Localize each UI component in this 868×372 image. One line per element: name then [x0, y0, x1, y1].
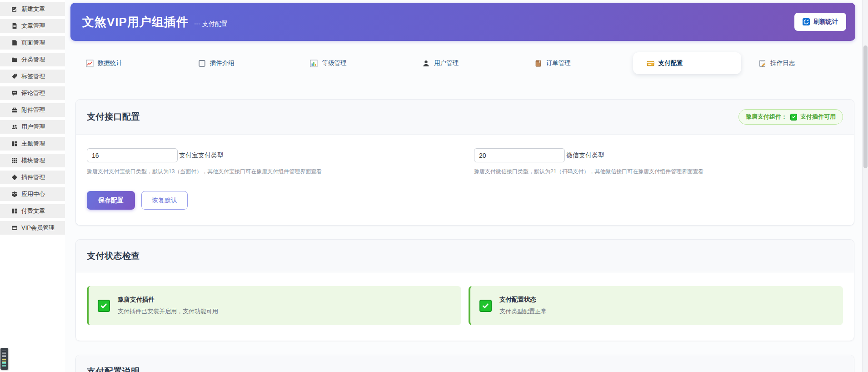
sidebar-item-app-center[interactable]: 应用中心 — [0, 187, 65, 201]
card-icon — [11, 225, 18, 231]
vertical-scrollbar[interactable] — [862, 0, 868, 372]
status-item-desc: 支付插件已安装并启用，支付功能可用 — [118, 307, 218, 316]
layout-icon — [11, 141, 18, 147]
status-grid: 豫唐支付插件 支付插件已安装并启用，支付功能可用 支付配置状态 支付类型配置正常 — [87, 286, 843, 325]
tag-icon — [11, 73, 18, 80]
sidebar-item-label: 评论管理 — [21, 89, 45, 97]
wechat-type-field-group: 微信支付类型 豫唐支付微信接口类型，默认为21（扫码支付），其他微信接口可在豫唐… — [474, 148, 843, 176]
puzzle-icon — [11, 174, 18, 181]
sidebar-item-paid-articles[interactable]: 付费文章 — [0, 204, 65, 218]
tab-order-management[interactable]: 订单管理 — [521, 52, 629, 74]
sidebar-item-page-management[interactable]: 页面管理 — [0, 36, 65, 50]
refresh-stats-button[interactable]: 刷新统计 — [794, 13, 846, 31]
sidebar-item-label: 文章管理 — [21, 22, 45, 30]
credit-card-icon — [647, 60, 654, 67]
refresh-stats-label: 刷新统计 — [813, 18, 838, 26]
sidebar-item-attachment-management[interactable]: 附件管理 — [0, 103, 65, 117]
badge-status-label: 支付插件可用 — [800, 113, 836, 121]
payment-notes-card-header: 支付配置说明 — [76, 355, 854, 372]
hero-titles: 文煞VIP用户组插件 --- 支付配置 — [82, 14, 228, 30]
alipay-type-input[interactable] — [87, 148, 178, 162]
page-title: 文煞VIP用户组插件 — [82, 14, 189, 30]
payment-status-card: 支付状态检查 豫唐支付插件 支付插件已安装并启用，支付功能可用 支付配置状 — [75, 239, 854, 341]
check-icon — [98, 300, 110, 312]
tab-payment-config[interactable]: 支付配置 — [633, 52, 742, 74]
payment-config-title: 支付接口配置 — [87, 111, 140, 123]
sidebar-item-category-management[interactable]: 分类管理 — [0, 53, 65, 66]
payment-type-form: 支付宝支付类型 豫唐支付支付宝接口类型，默认为13（当面付），其他支付宝接口可在… — [87, 148, 843, 176]
check-icon — [479, 300, 492, 312]
users-icon — [11, 124, 18, 130]
tab-label: 支付配置 — [658, 59, 683, 67]
sidebar-item-comment-management[interactable]: 评论管理 — [0, 86, 65, 100]
comment-icon — [11, 90, 18, 96]
wechat-field-row: 微信支付类型 — [474, 148, 843, 162]
check-icon — [790, 114, 797, 121]
save-config-button[interactable]: 保存配置 — [87, 191, 135, 210]
sidebar-item-theme-management[interactable]: 主题管理 — [0, 137, 65, 151]
tab-label: 订单管理 — [546, 59, 571, 67]
sidebar-item-vip-member-management[interactable]: VIP会员管理 — [0, 221, 65, 235]
sidebar-item-label: 插件管理 — [21, 173, 45, 181]
status-text-block: 支付配置状态 支付类型配置正常 — [499, 296, 547, 316]
sidebar-item-new-article[interactable]: 新建文章 — [0, 2, 65, 16]
main-content: 文煞VIP用户组插件 --- 支付配置 刷新统计 数据统计 插件介绍 等级管理 … — [65, 0, 862, 372]
status-panel-plugin: 豫唐支付插件 支付插件已安装并启用，支付功能可用 — [87, 286, 461, 325]
tab-bar: 数据统计 插件介绍 等级管理 用户管理 订单管理 支付配置 操作日志 — [70, 52, 855, 74]
sidebar-item-tag-management[interactable]: 标签管理 — [0, 70, 65, 83]
payment-config-card-body: 支付宝支付类型 豫唐支付支付宝接口类型，默认为13（当面付），其他支付宝接口可在… — [76, 135, 854, 225]
payment-config-card-header: 支付接口配置 豫唐支付组件： 支付插件可用 — [76, 100, 854, 135]
sidebar-item-user-management[interactable]: 用户管理 — [0, 120, 65, 134]
sidebar-item-label: 主题管理 — [21, 140, 45, 148]
package-icon — [534, 60, 542, 67]
form-actions: 保存配置 恢复默认 — [87, 191, 843, 210]
alipay-field-row: 支付宝支付类型 — [87, 148, 456, 162]
sidebar-item-label: VIP会员管理 — [21, 224, 55, 232]
status-item-title: 豫唐支付插件 — [118, 296, 218, 304]
sidebar-item-label: 新建文章 — [21, 5, 45, 13]
bar-chart-icon — [310, 60, 318, 67]
scrollbar-thumb[interactable] — [863, 45, 868, 168]
sidebar-item-module-management[interactable]: 模块管理 — [0, 154, 65, 167]
cards-container: 支付接口配置 豫唐支付组件： 支付插件可用 支付宝支付类型 豫唐支付支付宝接口类… — [65, 74, 862, 372]
sidebar-item-label: 用户管理 — [21, 123, 45, 131]
status-text-block: 豫唐支付插件 支付插件已安装并启用，支付功能可用 — [118, 296, 218, 316]
status-panel-config: 支付配置状态 支付类型配置正常 — [469, 286, 843, 325]
payment-config-card: 支付接口配置 豫唐支付组件： 支付插件可用 支付宝支付类型 豫唐支付支付宝接口类… — [75, 99, 854, 226]
tab-data-stats[interactable]: 数据统计 — [72, 52, 181, 74]
payment-status-card-header: 支付状态检查 — [76, 240, 854, 272]
memo-icon — [758, 60, 766, 67]
tab-user-management[interactable]: 用户管理 — [409, 52, 517, 74]
sidebar-item-label: 附件管理 — [21, 106, 45, 114]
tab-label: 操作日志 — [770, 59, 795, 67]
debug-console-widget[interactable] — [0, 348, 8, 370]
page-subtitle: --- 支付配置 — [194, 20, 228, 28]
status-item-title: 支付配置状态 — [499, 296, 547, 304]
sidebar-item-label: 页面管理 — [21, 39, 45, 47]
plugin-header-banner: 文煞VIP用户组插件 --- 支付配置 刷新统计 — [70, 3, 855, 41]
sidebar-item-label: 标签管理 — [21, 72, 45, 80]
sidebar-item-label: 分类管理 — [21, 55, 45, 64]
refresh-icon — [803, 18, 810, 25]
tab-label: 等级管理 — [322, 59, 346, 67]
alipay-type-hint: 豫唐支付支付宝接口类型，默认为13（当面付），其他支付宝接口可在豫唐支付组件管理… — [87, 168, 456, 176]
tab-level-management[interactable]: 等级管理 — [296, 52, 405, 74]
sidebar-item-article-management[interactable]: 文章管理 — [0, 19, 65, 33]
briefcase-icon — [11, 107, 18, 113]
page-icon — [11, 40, 18, 46]
payment-status-card-body: 豫唐支付插件 支付插件已安装并启用，支付功能可用 支付配置状态 支付类型配置正常 — [76, 272, 854, 341]
tab-operation-logs[interactable]: 操作日志 — [745, 52, 853, 74]
wechat-type-input[interactable] — [474, 148, 565, 162]
user-icon — [422, 60, 430, 67]
sidebar-item-plugin-management[interactable]: 插件管理 — [0, 171, 65, 184]
yutang-component-status-badge: 豫唐支付组件： 支付插件可用 — [738, 109, 843, 125]
tab-plugin-intro[interactable]: 插件介绍 — [185, 52, 293, 74]
book-icon — [198, 60, 206, 67]
sidebar-item-label: 模块管理 — [21, 156, 45, 165]
restore-defaults-button[interactable]: 恢复默认 — [141, 191, 188, 210]
document-icon — [11, 23, 18, 29]
tab-label: 用户管理 — [434, 59, 459, 67]
badge-prefix-label: 豫唐支付组件： — [746, 113, 787, 121]
tab-label: 数据统计 — [98, 59, 122, 67]
chart-line-icon — [86, 60, 94, 67]
